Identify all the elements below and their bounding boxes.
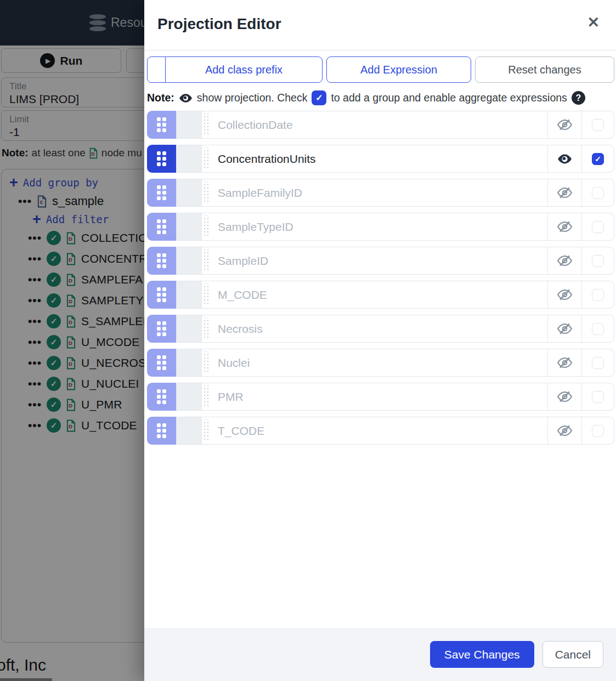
visibility-toggle[interactable] [547, 315, 581, 342]
projection-name-input[interactable]: CollectionDate [210, 111, 547, 138]
projection-name-input[interactable]: SampleTypeID [210, 213, 547, 240]
projection-row-body: SampleFamilyID ✓ [176, 179, 614, 207]
modal-header: Projection Editor ✕ [144, 0, 616, 50]
group-checkbox[interactable]: ✓ [592, 289, 604, 301]
grip-grid-icon [157, 219, 166, 234]
visibility-toggle[interactable] [547, 111, 581, 138]
group-checkbox[interactable]: ✓ [592, 153, 604, 165]
projection-name-input[interactable]: PMR [210, 383, 547, 410]
grip-grid-icon [157, 253, 166, 268]
drag-handle[interactable] [147, 213, 176, 241]
group-checkbox[interactable]: ✓ [592, 221, 604, 233]
row-spacer [177, 383, 202, 410]
projection-row: SampleTypeID ✓ [147, 213, 614, 241]
visibility-toggle[interactable] [547, 417, 581, 444]
group-checkbox[interactable]: ✓ [592, 255, 604, 267]
visibility-toggle[interactable] [547, 349, 581, 376]
row-spacer [177, 111, 202, 138]
projection-name-input[interactable]: T_CODE [210, 417, 547, 444]
modal-footer: Save Changes Cancel [144, 628, 616, 681]
drag-handle[interactable] [147, 145, 176, 173]
projection-row: Nuclei ✓ [147, 349, 614, 377]
projection-row-list: CollectionDate ✓ [147, 111, 614, 445]
drag-handle[interactable] [147, 349, 176, 377]
reset-changes-button[interactable]: Reset changes [475, 56, 614, 83]
drag-dots-texture [202, 385, 210, 408]
drag-handle[interactable] [147, 111, 176, 139]
drag-handle[interactable] [147, 179, 176, 207]
eye-icon [557, 153, 572, 165]
checkbox-cell: ✓ [581, 213, 614, 240]
projection-row-body: CollectionDate ✓ [176, 111, 614, 139]
grip-grid-icon [157, 389, 166, 404]
eye-slash-icon [557, 287, 572, 302]
projection-row-body: M_CODE ✓ [176, 281, 614, 309]
eye-slash-icon [557, 219, 572, 234]
add-expression-button[interactable]: Add Expression [326, 56, 471, 83]
modal-note-text-2: to add a group and enable aggregate expr… [331, 92, 567, 104]
group-checkbox[interactable]: ✓ [592, 119, 604, 131]
projection-name-input[interactable]: ConcentrationUnits [210, 145, 547, 172]
modal-note-text: show projection. Check [197, 92, 308, 104]
eye-slash-icon [557, 117, 572, 132]
checkbox-cell: ✓ [581, 281, 614, 308]
row-spacer [177, 315, 202, 342]
row-spacer [177, 213, 202, 240]
eye-slash-icon [557, 253, 572, 268]
projection-name-input[interactable]: Necrosis [210, 315, 547, 342]
group-checkbox-icon[interactable]: ✓ [312, 90, 326, 105]
projection-name-input[interactable]: M_CODE [210, 281, 547, 308]
group-checkbox[interactable]: ✓ [592, 425, 604, 437]
visibility-toggle[interactable] [547, 145, 581, 172]
projection-row: T_CODE ✓ [147, 417, 614, 445]
add-class-prefix-group: Add class prefix [147, 56, 323, 83]
checkbox-cell: ✓ [581, 145, 614, 172]
eye-slash-icon [557, 185, 572, 200]
projection-row-body: Nuclei ✓ [176, 349, 614, 377]
drag-dots-texture [202, 181, 210, 204]
visibility-toggle[interactable] [547, 213, 581, 240]
row-spacer [177, 349, 202, 376]
drag-handle[interactable] [147, 281, 176, 309]
drag-dots-texture [202, 114, 210, 136]
close-button[interactable]: ✕ [587, 15, 600, 30]
group-checkbox[interactable]: ✓ [592, 391, 604, 403]
projection-name-input[interactable]: Nuclei [210, 349, 547, 376]
visibility-toggle[interactable] [547, 179, 581, 206]
drag-handle[interactable] [147, 417, 176, 445]
visibility-toggle[interactable] [547, 383, 581, 410]
group-checkbox[interactable]: ✓ [592, 323, 604, 335]
projection-name-input[interactable]: SampleFamilyID [210, 179, 547, 206]
cancel-button[interactable]: Cancel [542, 641, 603, 668]
prefix-segment-button[interactable] [148, 57, 166, 82]
grip-grid-icon [157, 321, 166, 336]
help-icon[interactable]: ? [572, 91, 585, 105]
drag-handle[interactable] [147, 383, 176, 411]
grip-grid-icon [157, 117, 166, 132]
projection-row: SampleID ✓ [147, 247, 614, 275]
drag-dots-texture [202, 249, 210, 272]
drag-handle[interactable] [147, 315, 176, 343]
save-changes-button[interactable]: Save Changes [430, 641, 534, 668]
eye-icon [179, 93, 193, 104]
drag-dots-texture [202, 317, 210, 340]
eye-slash-icon [557, 321, 572, 336]
add-class-prefix-button[interactable]: Add class prefix [166, 57, 322, 82]
projection-row: PMR ✓ [147, 383, 614, 411]
group-checkbox[interactable]: ✓ [592, 187, 604, 199]
checkbox-cell: ✓ [581, 383, 614, 410]
projection-name-input[interactable]: SampleID [210, 247, 547, 274]
visibility-toggle[interactable] [547, 281, 581, 308]
projection-row: M_CODE ✓ [147, 281, 614, 309]
group-checkbox[interactable]: ✓ [592, 357, 604, 369]
drag-dots-texture [202, 147, 210, 170]
visibility-toggle[interactable] [547, 247, 581, 274]
row-spacer [177, 145, 202, 172]
checkbox-cell: ✓ [581, 111, 614, 138]
projection-row-body: T_CODE ✓ [176, 417, 614, 445]
projection-row-body: SampleTypeID ✓ [176, 213, 614, 241]
grip-grid-icon [157, 185, 166, 200]
checkbox-cell: ✓ [581, 179, 614, 206]
drag-handle[interactable] [147, 247, 176, 275]
checkbox-cell: ✓ [581, 315, 614, 342]
